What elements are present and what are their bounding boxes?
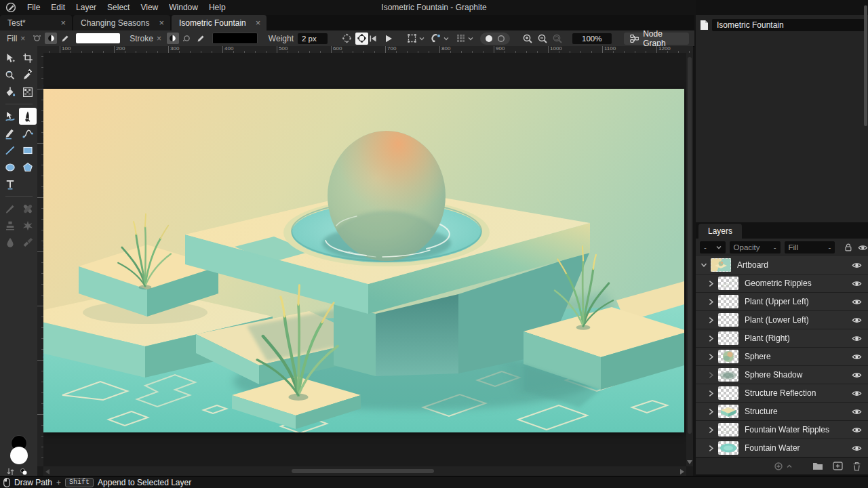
rewind-to-start-button[interactable] xyxy=(368,34,378,43)
path-tool[interactable] xyxy=(1,108,19,125)
layer-row[interactable]: undefinedPlant (Lower Left) xyxy=(696,311,868,329)
canvas-zoom-value[interactable]: 100% xyxy=(572,33,612,44)
horizontal-scroll-thumb[interactable] xyxy=(292,469,434,473)
eye-icon[interactable] xyxy=(852,352,862,361)
eye-icon[interactable] xyxy=(852,334,862,343)
layer-row[interactable]: Sphere xyxy=(696,348,868,365)
pen-tool[interactable] xyxy=(19,108,37,125)
select-tool[interactable] xyxy=(1,49,19,66)
polygon-tool[interactable] xyxy=(19,159,37,176)
chevron-right-icon[interactable] xyxy=(708,426,715,434)
document-tab[interactable]: Test*× xyxy=(0,15,72,30)
layer-row[interactable]: Structure xyxy=(696,403,868,420)
view-mode-toggle[interactable] xyxy=(480,33,510,45)
menu-window[interactable]: Window xyxy=(163,0,203,15)
fill-blend-field[interactable]: Fill - xyxy=(785,241,835,253)
close-tab-icon[interactable]: × xyxy=(159,18,164,27)
chevron-right-icon[interactable] xyxy=(708,445,715,452)
menu-file[interactable]: File xyxy=(22,0,45,15)
selection-mode-dropdown[interactable] xyxy=(407,33,425,43)
navigate-tool[interactable] xyxy=(1,66,19,83)
scroll-right-arrow[interactable] xyxy=(680,469,684,474)
close-tab-icon[interactable]: × xyxy=(256,18,261,27)
gradient-tool[interactable] xyxy=(19,83,37,100)
layer-row[interactable]: undefinedPlant (Upper Left) xyxy=(696,293,868,310)
eye-icon[interactable] xyxy=(852,371,862,380)
eye-icon[interactable] xyxy=(852,316,862,325)
line-tool[interactable] xyxy=(1,142,19,159)
eye-icon[interactable] xyxy=(852,279,862,288)
fill-clear-button[interactable]: × xyxy=(20,34,25,43)
path-overlay-icon[interactable] xyxy=(341,33,353,44)
artwork-canvas[interactable] xyxy=(43,89,684,432)
reset-colors-icon[interactable] xyxy=(20,468,28,476)
scroll-left-arrow[interactable] xyxy=(45,469,50,474)
chevron-right-icon[interactable] xyxy=(708,353,715,361)
artboard[interactable] xyxy=(43,89,684,432)
stroke-weight-field[interactable]: 2 px xyxy=(298,33,328,44)
menu-edit[interactable]: Edit xyxy=(45,0,71,15)
node-graph-button[interactable]: Node Graph xyxy=(624,33,689,45)
layer-row[interactable]: Fountain Water Ripples xyxy=(696,421,868,439)
new-folder-icon[interactable] xyxy=(812,462,823,470)
eye-icon[interactable] xyxy=(852,407,862,416)
menu-layer[interactable]: Layer xyxy=(71,0,102,15)
layer-row[interactable]: Geometric Ripples xyxy=(696,274,868,292)
document-name-field[interactable]: Isometric Fountain xyxy=(712,19,865,31)
secondary-color-swatch[interactable] xyxy=(10,447,28,464)
layer-row[interactable]: Structure Reflection xyxy=(696,384,868,402)
grid-dropdown[interactable] xyxy=(456,33,473,43)
document-tab[interactable]: Changing Seasons× xyxy=(73,15,170,30)
stroke-none-icon[interactable] xyxy=(181,33,193,44)
vertical-scroll-thumb[interactable] xyxy=(688,57,692,434)
anchor-overlay-icon[interactable] xyxy=(355,33,368,45)
scroll-down-arrow[interactable] xyxy=(687,460,692,464)
text-tool[interactable] xyxy=(1,176,19,192)
menu-help[interactable]: Help xyxy=(203,0,231,15)
layer-row[interactable]: Sphere Shadow xyxy=(696,366,868,384)
chevron-right-icon[interactable] xyxy=(708,298,715,306)
menu-view[interactable]: View xyxy=(135,0,163,15)
eye-icon[interactable] xyxy=(852,426,862,434)
eye-icon[interactable] xyxy=(852,261,862,270)
zoom-out-button[interactable] xyxy=(537,33,548,44)
delete-layer-icon[interactable] xyxy=(852,462,861,471)
tab-layers[interactable]: Layers xyxy=(698,224,742,239)
eye-icon[interactable] xyxy=(858,243,868,252)
fill-none-icon[interactable] xyxy=(31,33,43,44)
working-colors[interactable] xyxy=(9,436,28,467)
chevron-right-icon[interactable] xyxy=(708,335,715,342)
opacity-field[interactable]: Opacity - xyxy=(730,241,781,253)
horizontal-scrollbar[interactable] xyxy=(43,466,686,476)
eye-icon[interactable] xyxy=(852,298,862,306)
chevron-down-icon[interactable] xyxy=(701,262,707,268)
snapping-dropdown[interactable] xyxy=(431,33,449,43)
chevron-right-icon[interactable] xyxy=(708,371,715,379)
eye-icon[interactable] xyxy=(852,444,862,453)
freehand-tool[interactable] xyxy=(1,125,19,142)
eyedropper-tool[interactable] xyxy=(19,66,37,83)
zoom-in-button[interactable] xyxy=(522,33,533,44)
menu-select[interactable]: Select xyxy=(102,0,135,15)
layer-row[interactable]: undefinedPlant (Right) xyxy=(696,329,868,347)
spline-tool[interactable] xyxy=(19,125,37,142)
vertical-scrollbar[interactable] xyxy=(686,53,693,466)
move-to-folder-button[interactable] xyxy=(774,462,792,471)
blend-mode-dropdown[interactable]: - xyxy=(700,241,726,253)
ellipse-tool[interactable] xyxy=(1,159,19,176)
stroke-pick-brush-icon[interactable] xyxy=(195,33,208,44)
chevron-right-icon[interactable] xyxy=(708,280,715,287)
eye-icon[interactable] xyxy=(852,389,862,398)
swap-colors-icon[interactable] xyxy=(7,468,14,476)
chevron-right-icon[interactable] xyxy=(708,317,715,324)
fill-tool[interactable] xyxy=(1,83,19,100)
chevron-right-icon[interactable] xyxy=(708,390,715,397)
zoom-reset-button[interactable] xyxy=(552,33,563,44)
play-button[interactable] xyxy=(384,34,393,43)
layer-row[interactable]: Artboard xyxy=(696,256,868,274)
artboard-tool[interactable] xyxy=(19,49,37,66)
layer-list-scrollbar[interactable] xyxy=(864,5,867,126)
stroke-solid-icon[interactable] xyxy=(167,33,179,44)
fill-solid-icon[interactable] xyxy=(45,33,57,44)
canvas-viewport[interactable] xyxy=(43,53,686,466)
